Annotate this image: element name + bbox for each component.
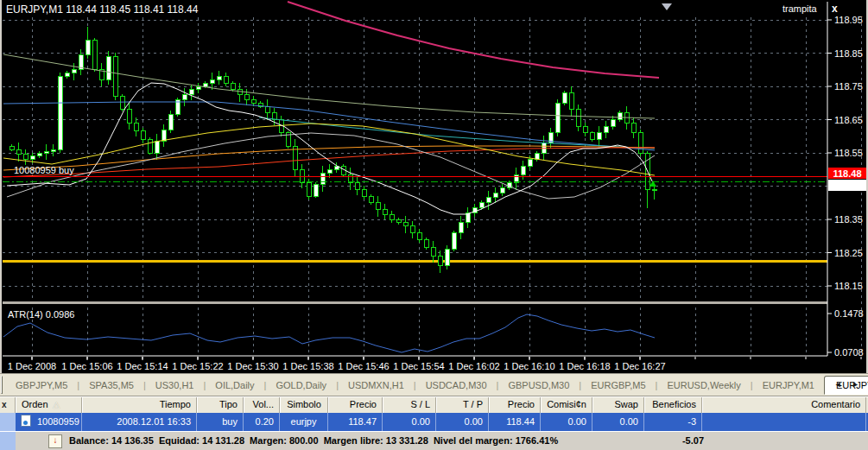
row-gutter <box>0 413 16 431</box>
chart-tab-gbpusd-m30[interactable]: GBPUSD,M30 <box>498 377 579 394</box>
order-cell-simbolo: eurjpy <box>280 413 328 431</box>
chart-tab-spa35-m5[interactable]: SPA35,M5 <box>79 377 143 394</box>
column-header-comentario[interactable]: Comentario <box>702 397 866 413</box>
bid-price-label: 118.44 <box>833 181 862 191</box>
tab-scroll-left-icon[interactable]: ◄ <box>834 380 842 389</box>
chart-tab-eurgbp-m5[interactable]: EURGBP,M5 <box>581 377 655 394</box>
tab-scroll-right-icon[interactable]: ► <box>852 380 859 389</box>
chart-tab-eurjpy-m1[interactable]: EURJPY,M1 <box>753 377 824 394</box>
price-axis-label: 118.25 <box>834 248 863 258</box>
tabbar-stub <box>1 376 3 394</box>
column-header-swap[interactable]: Swap <box>592 397 644 413</box>
price-axis-label: 118.65 <box>834 115 863 125</box>
sort-triangle-icon: △ <box>54 400 60 409</box>
order-cell-swap: 0.00 <box>592 413 644 431</box>
column-header-precio[interactable]: Precio <box>328 397 383 413</box>
order-cell-precio: 118.44 <box>489 413 541 431</box>
price-axis-label: 118.55 <box>834 148 863 158</box>
account-status-bar: ↓ Balance: 14 136.35 Equidad: 14 131.28 … <box>0 431 868 450</box>
order-cell-comentario <box>702 413 866 431</box>
chart-tab-gbpjpy-m5[interactable]: GBPJPY,M5 <box>6 377 77 394</box>
order-cell-tiempo: 2008.12.01 16:33 <box>82 413 197 431</box>
chart-tab-oil-daily[interactable]: OIL,Daily <box>206 377 263 394</box>
order-cell-t-p: 0.00 <box>436 413 489 431</box>
pane-splitter[interactable] <box>3 301 827 304</box>
order-row[interactable]: 100809592008.12.01 16:33buy0.20eurjpy118… <box>0 413 868 431</box>
time-axis-label: 1 Dec 15:30 <box>227 361 278 371</box>
chart-tab-eurusd-weekly[interactable]: EURUSD,Weekly <box>657 377 750 394</box>
time-axis-label: 1 Dec 15:38 <box>282 361 333 371</box>
order-line-label: 10080959 buy <box>14 165 74 175</box>
orders-table-header: xOrden△TiempoTipoVol...SimboloPrecioS / … <box>0 396 868 413</box>
chart-tabbar: GBPJPY,M5|SPA35,M5|US30,H1|OIL,Daily|GOL… <box>0 373 868 396</box>
order-cell-comisi-n: 0.00 <box>541 413 592 431</box>
price-axis-label: 118.15 <box>834 281 863 291</box>
column-header-vol-[interactable]: Vol... <box>244 397 280 413</box>
price-axis-label: 118.35 <box>834 214 863 225</box>
time-axis-label: 1 Dec 15:46 <box>338 361 389 371</box>
time-axis-label: 1 Dec 16:27 <box>614 361 665 371</box>
mt4-window: 118.95118.85118.75118.65118.55118.35118.… <box>0 0 868 450</box>
order-cell-beneficios: -3 <box>644 413 702 431</box>
order-cell-tipo: buy <box>197 413 244 431</box>
terminal-close-icon[interactable]: x <box>0 397 16 413</box>
account-history-icon[interactable]: ↓ <box>48 434 62 448</box>
column-header-tipo[interactable]: Tipo <box>197 397 244 413</box>
status-gutter <box>0 432 16 450</box>
column-header-comisi-n[interactable]: Comisi¢n <box>541 397 592 413</box>
column-header-precio[interactable]: Precio <box>489 397 541 413</box>
terminal-panel: xOrden△TiempoTipoVol...SimboloPrecioS / … <box>0 396 868 450</box>
column-header-s-l[interactable]: S / L <box>383 397 436 413</box>
time-axis-label: 1 Dec 15:06 <box>61 361 112 371</box>
column-header-t-p[interactable]: T / P <box>436 397 489 413</box>
chart-tab-us30-h1[interactable]: US30,H1 <box>146 377 204 394</box>
chart-caption: trampita <box>782 3 818 14</box>
column-header-beneficios[interactable]: Beneficios <box>644 397 702 413</box>
chart-tabs: GBPJPY,M5|SPA35,M5|US30,H1|OIL,Daily|GOL… <box>6 376 868 395</box>
order-cell-orden: 10080959 <box>16 413 82 431</box>
account-summary: Balance: 14 136.35 Equidad: 14 131.28 Ma… <box>69 435 558 446</box>
chart-ohlc-title: EURJPY,M1 118.44 118.45 118.41 118.44 <box>6 3 199 16</box>
price-axis-label: 118.75 <box>834 81 863 92</box>
time-axis-label: 1 Dec 15:54 <box>393 361 444 371</box>
price-axis-label: 118.85 <box>834 48 863 59</box>
atr-indicator-label: ATR(14) 0.0986 <box>8 309 74 320</box>
time-axis-label: 1 Dec 16:18 <box>559 361 610 371</box>
atr-axis-label: 0.0708 <box>834 347 864 358</box>
column-header-tiempo[interactable]: Tiempo <box>82 397 197 413</box>
order-doc-icon <box>21 415 31 427</box>
time-axis-label: 1 Dec 2008 <box>8 361 56 371</box>
price-chart[interactable]: 118.95118.85118.75118.65118.55118.35118.… <box>0 0 868 373</box>
order-cell-s-l: 0.00 <box>383 413 436 431</box>
chart-tab-usdmxn-h1[interactable]: USDMXN,H1 <box>339 377 414 394</box>
time-axis-label: 1 Dec 15:14 <box>117 361 168 371</box>
ask-price-label: 118.48 <box>833 168 861 179</box>
chart-tab-gold-daily[interactable]: GOLD,Daily <box>266 377 336 394</box>
time-axis-label: 1 Dec 15:22 <box>172 361 223 371</box>
price-axis-label: 118.95 <box>834 15 863 25</box>
time-axis-label: 1 Dec 16:10 <box>504 361 554 371</box>
atr-axis-label: 0.1478 <box>834 308 864 319</box>
floating-profit: -5.07 <box>616 435 704 446</box>
column-header-orden[interactable]: Orden△ <box>16 397 82 413</box>
column-header-simbolo[interactable]: Simbolo <box>280 397 328 413</box>
order-cell-precio: 118.47 <box>328 413 383 431</box>
tab-scroll-arrows: ◄ ► <box>827 380 859 389</box>
chart-tab-usdcad-m30[interactable]: USDCAD,M30 <box>416 377 497 394</box>
time-axis-label: 1 Dec 16:02 <box>448 361 499 371</box>
chart-close-icon[interactable]: x <box>832 3 838 15</box>
order-cell-vol-: 0.20 <box>244 413 280 431</box>
